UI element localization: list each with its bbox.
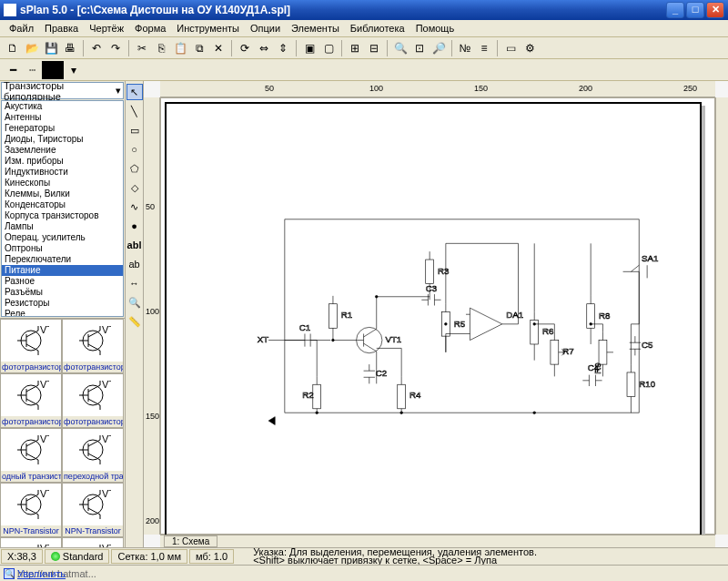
component-thumb[interactable]: VT0 [0, 537, 62, 547]
list-button[interactable]: ≡ [475, 39, 493, 57]
component-thumbs[interactable]: VT0фототранзисторVT0фототранзисторVT0фот… [0, 318, 125, 547]
dropdown-icon[interactable]: ▾ [65, 61, 83, 79]
linewidth-button[interactable]: ━ [4, 61, 22, 79]
minimize-button[interactable]: _ [666, 2, 684, 18]
menu-file[interactable]: Файл [4, 21, 39, 36]
paste-button[interactable]: 📋 [171, 39, 189, 57]
text-bold-tool[interactable]: abl [126, 237, 143, 253]
category-item[interactable]: Реле [2, 309, 123, 317]
category-item[interactable]: Операц. усилитель [2, 232, 123, 243]
category-item[interactable]: Оптроны [2, 243, 123, 254]
category-item[interactable]: Конденсаторы [2, 199, 123, 210]
print-button[interactable]: 🖶 [61, 39, 79, 57]
category-item[interactable]: Разное [2, 276, 123, 287]
component-thumb[interactable]: VT0 [62, 537, 124, 547]
status-coord: X:38,3 [1, 549, 43, 564]
zoom-button[interactable]: 🔍 [391, 39, 410, 57]
special-tool[interactable]: ◇ [126, 179, 143, 196]
color-button[interactable] [42, 61, 64, 79]
component-thumb[interactable]: VT0переходной транз [62, 428, 124, 483]
magnify-icon: 🔍 [4, 568, 15, 579]
category-list[interactable]: АкустикаАнтенныГенераторыДиоды, Тиристор… [1, 100, 124, 317]
page-tab[interactable]: 1: Схема [164, 535, 217, 547]
menu-edit[interactable]: Правка [39, 21, 84, 36]
category-item[interactable]: Изм. приборы [2, 156, 123, 167]
category-item[interactable]: Диоды, Тиристоры [2, 134, 123, 145]
mirror-h-button[interactable]: ⇔ [255, 39, 273, 57]
line-tool[interactable]: ╲ [126, 103, 143, 119]
component-thumb[interactable]: VT0одный транзистор [0, 428, 62, 483]
copy-button[interactable]: ⎘ [152, 39, 170, 57]
page-button[interactable]: ▭ [501, 39, 520, 57]
options-button[interactable]: ⚙ [521, 39, 539, 57]
measure-tool[interactable]: 📏 [126, 313, 143, 330]
component-thumb[interactable]: VT0NPN-Transistor [62, 483, 124, 537]
category-item[interactable]: Переключатели [2, 254, 123, 265]
text-tool[interactable]: ab [126, 256, 143, 272]
ungroup-button[interactable]: ⊟ [365, 39, 383, 57]
menu-drawing[interactable]: Чертёж [84, 21, 129, 36]
menu-tools[interactable]: Инструменты [171, 21, 245, 36]
maximize-button[interactable]: □ [686, 2, 704, 18]
category-item[interactable]: Разъёмы [2, 287, 123, 298]
component-thumb[interactable]: VT0NPN-Transistor [0, 483, 62, 537]
menu-library[interactable]: Библиотека [345, 21, 410, 36]
svg-text:R8: R8 [599, 311, 610, 321]
menu-help[interactable]: Помощь [410, 21, 460, 36]
component-thumb[interactable]: VT0фототранзистор [0, 319, 62, 373]
canvas-area: 50100150200250 50100150200 XT C1 R1 VT1 [144, 81, 728, 547]
duplicate-button[interactable]: ⧉ [190, 39, 208, 57]
cut-button[interactable]: ✂ [133, 39, 151, 57]
delete-button[interactable]: ✕ [209, 39, 228, 57]
pointer-tool[interactable]: ↖ [126, 84, 143, 100]
magnify-link[interactable]: 🔍 Увеличить [4, 568, 66, 579]
menu-elements[interactable]: Элементы [286, 21, 345, 36]
menu-options[interactable]: Опции [245, 21, 286, 36]
back-button[interactable]: ▢ [319, 39, 338, 57]
front-button[interactable]: ▣ [300, 39, 318, 57]
poly-tool[interactable]: ⬠ [126, 160, 143, 177]
category-item[interactable]: Клеммы, Вилки [2, 189, 123, 199]
dimension-tool[interactable]: ↔ [126, 275, 143, 291]
category-item[interactable]: Индуктивности [2, 167, 123, 178]
open-button[interactable]: 📂 [23, 39, 41, 57]
scrollbar-vertical[interactable] [715, 97, 728, 535]
zoom-tool[interactable]: 🔍 [126, 294, 143, 311]
new-button[interactable]: 🗋 [4, 39, 22, 57]
svg-line-35 [26, 440, 38, 446]
close-button[interactable]: ✕ [706, 2, 724, 18]
component-thumb[interactable]: VT0фототранзистор [0, 373, 62, 428]
svg-point-112 [445, 323, 448, 326]
component-thumb[interactable]: VT0фототранзистор [62, 319, 124, 373]
category-item[interactable]: Генераторы [2, 123, 123, 134]
bezier-tool[interactable]: ∿ [126, 199, 143, 215]
category-item[interactable]: Антенны [2, 112, 123, 123]
component-thumb[interactable]: VT0фототранзистор [62, 373, 124, 428]
category-item[interactable]: Кинескопы [2, 178, 123, 189]
group-button[interactable]: ⊞ [346, 39, 364, 57]
rotate-button[interactable]: ⟳ [236, 39, 254, 57]
scrollbar-horizontal[interactable]: 1: Схема [160, 535, 715, 547]
undo-button[interactable]: ↶ [87, 39, 106, 57]
circle-tool[interactable]: ○ [126, 141, 143, 158]
zoom-fit-button[interactable]: ⊡ [410, 39, 429, 57]
save-button[interactable]: 💾 [42, 39, 60, 57]
menu-form[interactable]: Форма [129, 21, 171, 36]
category-item[interactable]: Лампы [2, 221, 123, 232]
category-item[interactable]: Корпуса транзисторов [2, 210, 123, 221]
svg-rect-91 [426, 260, 434, 284]
redo-button[interactable]: ↷ [106, 39, 125, 57]
linestyle-button[interactable]: ┄ [23, 61, 41, 79]
rect-tool[interactable]: ▭ [126, 122, 143, 138]
category-item[interactable]: Питание [2, 265, 123, 276]
mirror-v-button[interactable]: ⇕ [274, 39, 292, 57]
canvas[interactable]: XT C1 R1 VT1 R2 C2 R4 R3 [160, 97, 715, 535]
renumber-button[interactable]: № [456, 39, 474, 57]
category-item[interactable]: Заземление [2, 145, 123, 156]
node-tool[interactable]: ● [126, 218, 143, 234]
category-item[interactable]: Акустика [2, 101, 123, 112]
find-button[interactable]: 🔎 [430, 39, 448, 57]
toolbar-style: ━ ┄ ▾ [0, 59, 728, 81]
library-select[interactable]: Транзисторы биполярные ▾ [1, 82, 124, 99]
category-item[interactable]: Резисторы [2, 298, 123, 309]
